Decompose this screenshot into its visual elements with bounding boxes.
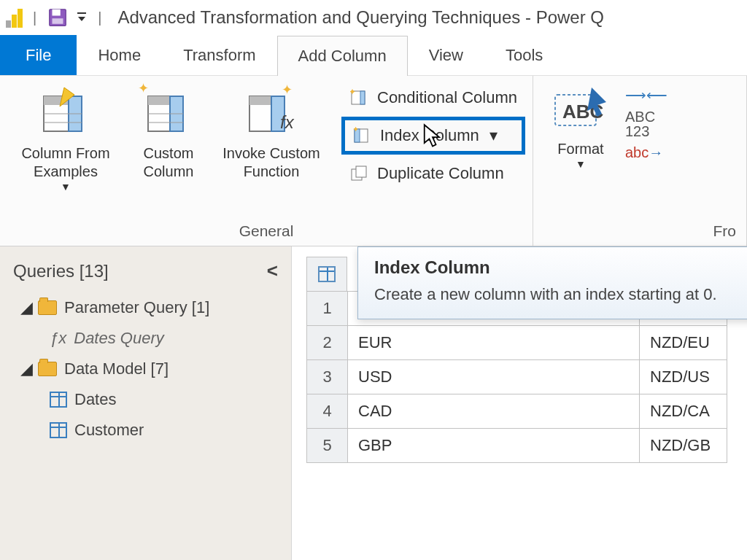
titlebar: | | Advanced Transformation and Querying…: [0, 0, 747, 35]
app-logo-icon: [6, 7, 23, 28]
sparkle-icon: ✦: [282, 82, 293, 98]
table-icon: [50, 422, 67, 438]
tree-item-label: Dates: [74, 390, 116, 409]
ribbon-group-general: Column From Examples ▼ ✦ Custom Column: [0, 76, 533, 246]
tree-item-customer[interactable]: Customer: [7, 415, 284, 446]
format-button[interactable]: ABC Format ▼: [541, 82, 621, 171]
table-icon: [318, 266, 336, 282]
cell[interactable]: NZD/GB: [640, 429, 727, 463]
caret-down-icon: ◢: [20, 359, 31, 378]
custom-column-label: Custom Column: [144, 144, 194, 181]
cell[interactable]: NZD/EU: [640, 326, 727, 360]
row-number: 2: [307, 326, 348, 360]
parse-button[interactable]: abc→: [625, 144, 667, 161]
table-row[interactable]: 2 EUR NZD/EU: [307, 326, 727, 360]
cell[interactable]: NZD/US: [640, 360, 727, 394]
format-extras: ⟶⟵ ABC 123 abc→: [625, 82, 667, 161]
tree-item-label: Dates Query: [74, 329, 164, 348]
tab-transform[interactable]: Transform: [162, 35, 276, 75]
cell[interactable]: GBP: [348, 429, 640, 463]
invoke-custom-function-label: Invoke Custom Function: [222, 144, 320, 181]
tree-item-dates-query[interactable]: ƒx Dates Query: [7, 323, 284, 354]
table-corner[interactable]: [306, 257, 347, 292]
tree-group-label: Data Model [7]: [64, 359, 169, 378]
tab-file[interactable]: File: [0, 35, 77, 75]
collapse-panel-icon[interactable]: <: [267, 260, 278, 282]
ribbon-group-from-label: Fro: [541, 219, 739, 243]
column-from-examples-label: Column From Examples: [21, 144, 109, 181]
svg-rect-21: [360, 91, 365, 104]
tree-group-label: Parameter Query [1]: [64, 298, 209, 317]
table-row[interactable]: 4 CAD NZD/CA: [307, 394, 727, 429]
index-column-label: Index Column: [380, 126, 479, 145]
table-row[interactable]: 3 USD NZD/US: [307, 360, 727, 394]
dropdown-icon: ▼: [61, 181, 71, 194]
tab-tools[interactable]: Tools: [484, 35, 564, 75]
ribbon-tabs: File Home Transform Add Column View Tool…: [0, 35, 747, 76]
svg-rect-1: [53, 9, 61, 16]
qat-customize-dropdown[interactable]: [76, 10, 88, 25]
extract-button[interactable]: ABC 123: [625, 109, 667, 139]
table-icon: [50, 392, 67, 408]
svg-rect-2: [53, 18, 63, 24]
tree-item-dates[interactable]: Dates: [7, 384, 284, 415]
invoke-custom-function-button[interactable]: fx ✦ Invoke Custom Function: [213, 82, 330, 181]
tree-group-data-model[interactable]: ◢ Data Model [7]: [7, 354, 284, 384]
row-number: 3: [307, 360, 348, 394]
tab-view[interactable]: View: [408, 35, 484, 75]
svg-text:fx: fx: [280, 112, 295, 132]
conditional-column-icon: ✦: [349, 88, 371, 107]
ribbon-group-format: ABC Format ▼ ⟶⟵ ABC 123 abc→ Fro: [533, 76, 747, 246]
duplicate-column-icon: [349, 164, 371, 183]
svg-rect-28: [356, 166, 366, 177]
table-row[interactable]: 5 GBP NZD/GB: [307, 429, 727, 463]
cell[interactable]: CAD: [348, 394, 640, 429]
folder-icon: [38, 362, 57, 376]
row-number: 4: [307, 394, 348, 429]
column-from-examples-button[interactable]: Column From Examples ▼: [7, 82, 124, 194]
row-number: 5: [307, 429, 348, 463]
function-icon: ƒx: [50, 329, 66, 348]
dropdown-icon: ▾: [489, 126, 498, 145]
tab-home[interactable]: Home: [77, 35, 162, 75]
index-column-button[interactable]: ✦ Index Column ▾: [341, 117, 525, 155]
index-column-tooltip: Index Column Create a new column with an…: [357, 246, 747, 319]
duplicate-column-button[interactable]: Duplicate Column: [341, 159, 525, 188]
qat-separator-2: |: [98, 9, 101, 26]
cell[interactable]: USD: [348, 360, 640, 394]
conditional-column-label: Conditional Column: [377, 88, 517, 107]
cell[interactable]: EUR: [348, 326, 640, 360]
svg-text:✦: ✦: [350, 89, 356, 97]
dropdown-icon: ▼: [576, 158, 586, 171]
tab-add-column[interactable]: Add Column: [277, 36, 408, 76]
grid-area: 1 2 EUR NZD/EU 3 USD NZD/US 4 CAD NZD/CA…: [292, 246, 747, 560]
custom-column-button[interactable]: ✦ Custom Column: [128, 82, 209, 181]
duplicate-column-label: Duplicate Column: [377, 164, 504, 183]
tree-item-label: Customer: [74, 421, 144, 440]
save-icon[interactable]: [47, 7, 69, 28]
tree-group-parameter-query[interactable]: ◢ Parameter Query [1]: [7, 292, 284, 323]
conditional-column-button[interactable]: ✦ Conditional Column: [341, 83, 525, 112]
tooltip-body: Create a new column with an index starti…: [374, 284, 738, 306]
folder-icon: [38, 300, 57, 315]
qat-separator: |: [33, 9, 36, 26]
merge-columns-icon[interactable]: ⟶⟵: [625, 86, 667, 104]
svg-text:✦: ✦: [353, 127, 359, 133]
queries-header: Queries [13] <: [7, 260, 284, 292]
tooltip-title: Index Column: [374, 257, 738, 278]
content-area: Queries [13] < ◢ Parameter Query [1] ƒx …: [0, 246, 747, 560]
caret-down-icon: ◢: [20, 298, 31, 317]
svg-marker-4: [78, 17, 85, 21]
cell[interactable]: NZD/CA: [640, 394, 727, 429]
ribbon-group-general-label: General: [7, 219, 525, 243]
ribbon: Column From Examples ▼ ✦ Custom Column: [0, 76, 747, 246]
window-title: Advanced Transformation and Querying Tec…: [117, 7, 604, 28]
sparkle-icon: ✦: [138, 80, 149, 97]
queries-title: Queries [13]: [13, 261, 109, 281]
index-column-icon: ✦: [352, 126, 374, 145]
format-label: Format: [557, 140, 603, 158]
queries-panel: Queries [13] < ◢ Parameter Query [1] ƒx …: [0, 246, 292, 560]
row-number: 1: [307, 292, 348, 326]
